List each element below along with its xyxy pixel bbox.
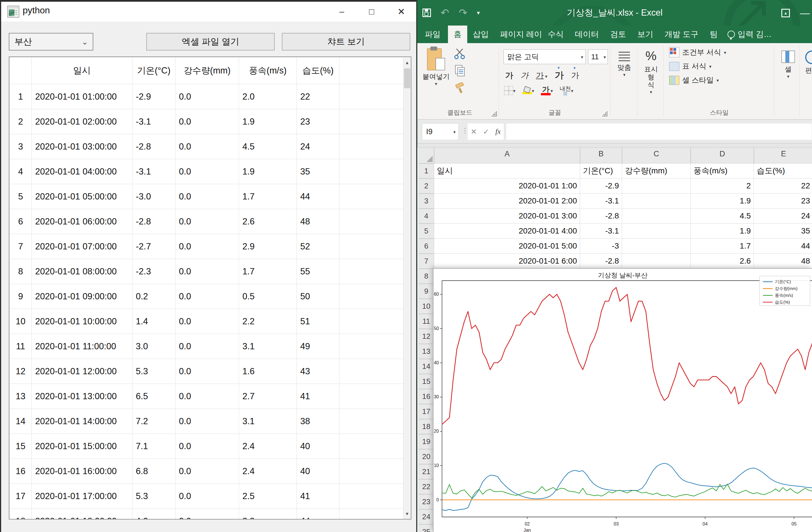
sheet-cell[interactable]: 2020-01-01 5:00 [434, 239, 580, 254]
row-header-2[interactable]: 2 [419, 179, 434, 194]
row-header-12[interactable]: 12 [419, 329, 434, 344]
underline-button[interactable]: 가 ▾ [536, 70, 547, 81]
table-row[interactable]: 3 2020-01-01 03:00:00 -2.8 0.0 4.5 24 [10, 134, 404, 159]
row-header-14[interactable]: 14 [419, 359, 434, 374]
row-header-11[interactable]: 11 [419, 314, 434, 329]
sheet-cell[interactable]: -2.8 [580, 254, 622, 269]
table-row[interactable]: 4 2020-01-01 04:00:00 -3.1 0.0 1.9 35 [10, 159, 404, 184]
row-header-24[interactable]: 24 [419, 509, 434, 524]
table-row[interactable]: 17 2020-01-01 17:00:00 5.3 0.0 2.5 41 [10, 484, 404, 509]
table-row[interactable]: 9 2020-01-01 09:00:00 0.2 0.0 0.5 50 [10, 284, 404, 309]
italic-button[interactable]: 가 [521, 70, 528, 81]
qat-customize-icon[interactable]: ▾ [477, 9, 480, 16]
fill-color-button[interactable]: ▾ [522, 87, 534, 94]
scroll-down-icon[interactable]: ▼ [404, 508, 411, 519]
sheet-cell[interactable]: 2020-01-01 6:00 [434, 254, 580, 269]
sheet-cell[interactable]: 2020-01-01 4:00 [434, 224, 580, 239]
row-header-13[interactable]: 13 [419, 344, 434, 359]
editing-group-button[interactable]: 편집 [803, 51, 812, 74]
row-header-6[interactable]: 6 [419, 239, 434, 254]
maximize-button[interactable]: □ [357, 2, 387, 22]
number-format-group-button[interactable]: % 표시 형 식 ▾ [640, 49, 662, 95]
sheet-cell[interactable]: 1.7 [691, 239, 754, 254]
row-header-16[interactable]: 16 [419, 389, 434, 404]
minimize-button[interactable]: – [327, 2, 357, 22]
ribbon-tab-검토[interactable]: 검토 [605, 26, 632, 43]
row-header-7[interactable]: 7 [419, 254, 434, 269]
table-row[interactable]: 11 2020-01-01 11:00:00 3.0 0.0 3.1 49 [10, 334, 404, 359]
save-icon[interactable] [422, 9, 431, 17]
sheet-cell[interactable]: 2020-01-01 3:00 [434, 209, 580, 224]
sheet-cell[interactable]: 35 [754, 224, 812, 239]
ribbon-tab-페이지 레이아웃[interactable]: 페이지 레이아웃 [494, 26, 542, 43]
row-header-9[interactable]: 9 [419, 284, 434, 299]
borders-button[interactable]: ▾ [504, 86, 516, 95]
row-header-25[interactable]: 25 [419, 524, 434, 532]
format-painter-icon[interactable] [454, 82, 467, 95]
row-header-20[interactable]: 20 [419, 449, 434, 464]
sheet-cell[interactable]: 2020-01-01 2:00 [434, 194, 580, 209]
sheet-cell[interactable]: 1.9 [691, 224, 754, 239]
table-row[interactable]: 8 2020-01-01 08:00:00 -2.3 0.0 1.7 55 [10, 259, 404, 284]
sheet-cell[interactable]: 2 [691, 179, 754, 194]
font-dialog-launcher-icon[interactable] [602, 111, 607, 116]
row-header-8[interactable]: 8 [419, 269, 434, 284]
grow-font-button[interactable]: ▲ 가 [554, 69, 564, 82]
sheet-cell[interactable]: 48 [754, 254, 812, 269]
sheet-cell[interactable]: 기온(°C) [580, 164, 622, 179]
table-row[interactable]: 15 2020-01-01 15:00:00 7.1 0.0 2.4 40 [10, 434, 404, 459]
ribbon-tab-삽입[interactable]: 삽입 [467, 26, 494, 43]
ribbon-tab-파일[interactable]: 파일 [417, 26, 448, 43]
alignment-group-button[interactable]: 맞춤 ▾ [614, 52, 634, 78]
close-button[interactable]: ✕ [387, 2, 416, 22]
font-size-select[interactable]: 11 ▾ [588, 50, 608, 64]
sheet-cell[interactable]: 22 [754, 179, 812, 194]
cut-scissors-icon[interactable] [454, 48, 467, 59]
sheet-cell[interactable] [622, 224, 691, 239]
column-header-C[interactable]: C [622, 148, 691, 164]
table-row[interactable]: 7 2020-01-01 07:00:00 -2.7 0.0 2.9 52 [10, 234, 404, 259]
sheet-cell[interactable]: -3.1 [580, 224, 622, 239]
undo-icon[interactable]: ↶ [440, 7, 449, 19]
insert-function-icon[interactable]: fx [495, 127, 501, 136]
name-box[interactable]: I9 ▾ [422, 123, 459, 140]
sheet-cell[interactable] [622, 239, 691, 254]
row-header-10[interactable]: 10 [419, 299, 434, 314]
excel-minimize-button[interactable]: — [800, 8, 810, 18]
table-row[interactable]: 18 2020-01-01 18:00:00 4.2 0.0 2.2 44 [10, 509, 404, 520]
column-header-B[interactable]: B [580, 148, 622, 164]
sheet-cell[interactable]: -2.8 [580, 209, 622, 224]
row-header-3[interactable]: 3 [419, 194, 434, 209]
sheet-cell[interactable]: 24 [754, 209, 812, 224]
clipboard-dialog-launcher-icon[interactable] [492, 111, 497, 116]
row-header-17[interactable]: 17 [419, 404, 434, 419]
table-row[interactable]: 14 2020-01-01 14:00:00 7.2 0.0 3.1 38 [10, 409, 404, 434]
cell-styles-button[interactable]: 셀 스타일 ▾ [669, 75, 726, 85]
font-name-select[interactable]: 맑은 고딕 ▾ [504, 50, 586, 64]
cancel-icon[interactable]: ✕ [470, 127, 477, 136]
copy-icon[interactable] [454, 65, 467, 77]
shrink-font-button[interactable]: ▼ 가 [571, 70, 579, 81]
row-header-15[interactable]: 15 [419, 374, 434, 389]
sheet-cell[interactable]: -3 [580, 239, 622, 254]
row-header-4[interactable]: 4 [419, 209, 434, 224]
sheet-cell[interactable]: 습도(%) [754, 164, 812, 179]
table-row[interactable]: 13 2020-01-01 13:00:00 6.5 0.0 2.7 41 [10, 384, 404, 409]
table-row[interactable]: 6 2020-01-01 06:00:00 -2.8 0.0 2.6 48 [10, 209, 404, 234]
row-header-21[interactable]: 21 [419, 464, 434, 479]
sheet-cell[interactable]: 풍속(m/s) [691, 164, 754, 179]
sheet-cell[interactable] [622, 179, 691, 194]
table-row[interactable]: 5 2020-01-01 05:00:00 -3.0 0.0 1.7 44 [10, 184, 404, 209]
city-select[interactable]: 부산 ⌄ [9, 33, 93, 51]
sheet-cell[interactable] [622, 254, 691, 269]
ribbon-tab-홈[interactable]: 홈 [448, 26, 467, 43]
formula-input[interactable] [506, 123, 812, 140]
ribbon-display-options-icon[interactable]: ▴ [781, 9, 790, 17]
redo-icon[interactable]: ↷ [459, 7, 467, 19]
sheet-cell[interactable]: -2.9 [580, 179, 622, 194]
column-header-D[interactable]: D [691, 148, 754, 164]
scroll-up-icon[interactable]: ▲ [404, 57, 411, 68]
table-row[interactable]: 12 2020-01-01 12:00:00 5.3 0.0 1.6 43 [10, 359, 404, 384]
open-excel-button[interactable]: 엑셀 파일 열기 [146, 33, 275, 51]
ribbon-tab-팀[interactable]: 팀 [704, 26, 724, 43]
